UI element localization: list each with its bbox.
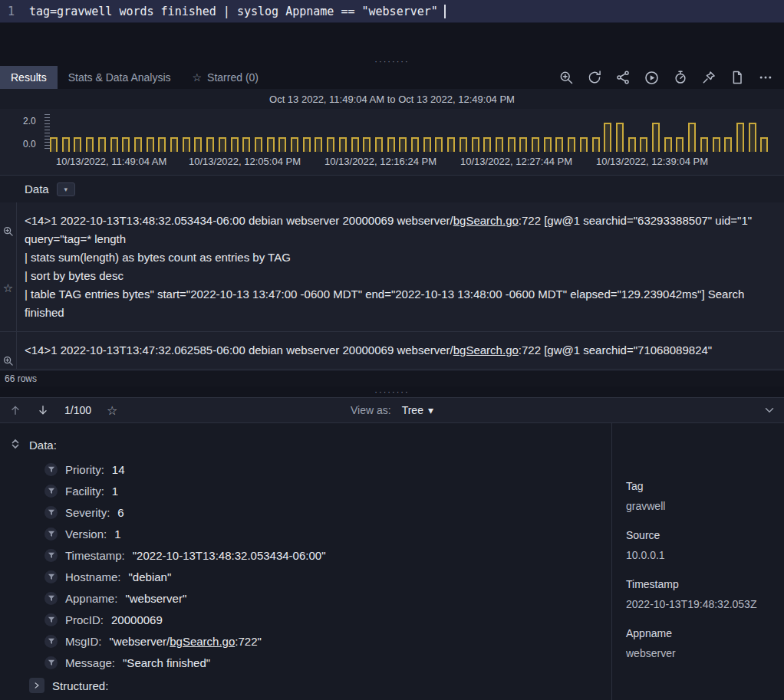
tree-root-row[interactable]: Data:	[9, 434, 611, 455]
histogram-bar	[700, 137, 708, 152]
zoom-search-icon[interactable]	[558, 70, 574, 85]
gravwell-search-window: 1 tag=gravwell words finished | syslog A…	[0, 0, 784, 700]
histogram-bar	[291, 137, 298, 152]
field-row-procid: ProcID: 20000069	[9, 609, 611, 630]
field-row-severity: Severity: 6	[9, 501, 611, 523]
more-options-icon[interactable]	[758, 70, 773, 85]
histogram-bar	[219, 137, 226, 152]
log-entry-text: <14>1 2022-10-13T13:47:32.062585-06:00 d…	[17, 332, 784, 369]
collapse-panel-icon[interactable]	[763, 403, 784, 417]
expand-node-icon[interactable]	[29, 678, 44, 693]
histogram-bar	[519, 137, 527, 152]
log-source-link[interactable]: bgSearch.go	[170, 635, 235, 648]
structured-node-label: Structured:	[52, 679, 108, 692]
histogram-bar	[363, 137, 371, 152]
histogram-bar	[713, 137, 720, 152]
star-current-entry-icon[interactable]: ☆	[107, 403, 117, 418]
histogram-bar	[158, 137, 166, 152]
filter-icon[interactable]	[44, 656, 58, 669]
histogram-bar	[255, 137, 262, 152]
histogram-bar	[555, 137, 563, 152]
next-entry-icon[interactable]	[37, 404, 49, 416]
meta-timestamp: Timestamp 2022-10-13T19:48:32.053Z	[626, 578, 776, 613]
x-tick-label: 10/13/2022, 12:27:44 PM	[460, 156, 572, 167]
field-row-appname: Appname: "webserver"	[9, 587, 611, 609]
entry-metadata-panel: Tag gravwell Source 10.0.0.1 Timestamp 2…	[611, 423, 784, 700]
x-tick-label: 10/13/2022, 12:16:24 PM	[324, 156, 436, 167]
collapse-node-icon[interactable]	[9, 438, 21, 452]
field-row-msgid: MsgID: "webserver/bgSearch.go:722"	[9, 630, 611, 652]
field-row-version: Version: 1	[9, 523, 611, 544]
query-area-spacer: ········	[0, 23, 784, 66]
log-row[interactable]: <14>1 2022-10-13T13:47:32.062585-06:00 d…	[0, 332, 784, 370]
inspect-entry-icon[interactable]	[2, 355, 14, 366]
structured-node-row[interactable]: Structured:	[9, 675, 611, 696]
filter-icon[interactable]	[44, 635, 58, 648]
filter-icon[interactable]	[44, 506, 58, 519]
histogram-bar	[664, 137, 672, 152]
log-entry-text: <14>1 2022-10-13T13:48:32.053434-06:00 d…	[17, 202, 784, 331]
timer-icon[interactable]	[673, 70, 688, 85]
tab-stats-data-analysis[interactable]: Stats & Data Analysis	[58, 66, 182, 89]
entry-position: 1/100	[64, 404, 91, 416]
histogram-bar	[592, 137, 600, 152]
star-entry-icon[interactable]: ☆	[3, 281, 13, 295]
log-source-link[interactable]: bgSearch.go	[453, 214, 519, 227]
query-input[interactable]: tag=gravwell words finished | syslog App…	[29, 5, 438, 18]
filter-icon[interactable]	[44, 549, 58, 562]
x-tick-label: 10/13/2022, 12:39:04 PM	[596, 156, 708, 167]
histogram-bar	[206, 137, 214, 152]
histogram[interactable]: 2.0 0.0	[0, 109, 784, 152]
histogram-bar	[411, 137, 419, 152]
fork-icon[interactable]	[615, 70, 631, 85]
filter-icon[interactable]	[44, 592, 58, 605]
tab-starred[interactable]: ☆ Starred (0)	[182, 66, 269, 89]
filter-icon[interactable]	[44, 527, 58, 541]
x-tick-label: 10/13/2022, 11:49:04 AM	[56, 156, 166, 167]
filter-icon[interactable]	[44, 613, 58, 626]
tree-root-label: Data:	[29, 439, 57, 452]
results-tabbar: Results Stats & Data Analysis ☆ Starred …	[0, 66, 784, 89]
query-editor[interactable]: 1 tag=gravwell words finished | syslog A…	[0, 0, 784, 23]
run-query-icon[interactable]	[644, 70, 660, 86]
histogram-bar	[736, 123, 744, 152]
tab-results[interactable]: Results	[0, 66, 58, 89]
view-mode-select[interactable]: Tree ▾	[402, 404, 433, 416]
time-range-label: Oct 13 2022, 11:49:04 AM to Oct 13 2022,…	[0, 89, 784, 109]
histogram-bar	[278, 137, 286, 152]
histogram-bar	[62, 137, 70, 152]
histogram-bar	[170, 137, 178, 152]
text-cursor	[444, 5, 446, 18]
histogram-bar	[327, 137, 334, 152]
histogram-bar	[399, 137, 407, 152]
previous-entry-icon[interactable]	[9, 404, 21, 416]
refresh-icon[interactable]	[587, 70, 602, 85]
field-row-timestamp: Timestamp: "2022-10-13T13:48:32.053434-0…	[9, 544, 611, 566]
filter-icon[interactable]	[44, 485, 58, 498]
histogram-bar	[749, 123, 756, 152]
log-source-link[interactable]: bgSearch.go	[453, 343, 519, 357]
log-row[interactable]: ☆ <14>1 2022-10-13T13:48:32.053434-06:00…	[0, 202, 784, 332]
histogram-bar	[435, 137, 443, 152]
pin-icon[interactable]	[701, 70, 716, 85]
results-toolbar	[558, 66, 784, 89]
filter-icon[interactable]	[44, 570, 58, 583]
histogram-bar	[640, 137, 647, 152]
filter-icon[interactable]	[44, 463, 58, 476]
histogram-bar	[652, 123, 660, 152]
star-icon: ☆	[193, 71, 203, 84]
column-options-dropdown[interactable]: ▾	[57, 182, 75, 196]
document-icon[interactable]	[730, 70, 745, 85]
histogram-bar	[98, 137, 106, 152]
histogram-bar	[496, 137, 503, 152]
histogram-bar	[676, 137, 684, 152]
resize-handle-top[interactable]: ········	[0, 57, 784, 66]
histogram-bar	[231, 137, 239, 152]
row-count-status: 66 rows	[0, 371, 784, 386]
meta-appname: Appname webserver	[626, 627, 776, 662]
histogram-bar	[568, 137, 575, 152]
histogram-bar	[194, 137, 202, 152]
inspect-entry-icon[interactable]	[2, 225, 14, 237]
histogram-bar	[86, 137, 94, 152]
resize-handle-bottom[interactable]: ········	[0, 386, 784, 397]
